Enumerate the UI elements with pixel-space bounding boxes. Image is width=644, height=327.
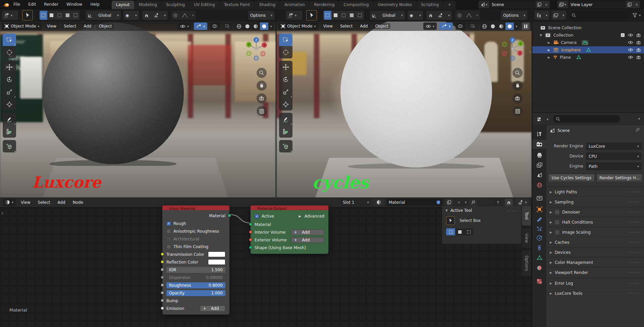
xray-toggle[interactable]	[468, 22, 478, 30]
panel-error-log[interactable]: ▶ Error Log ········	[546, 278, 644, 288]
opacity-slider[interactable]: Opacity 1.000	[166, 290, 225, 296]
snap-target-dropdown[interactable]: ▾	[516, 199, 529, 206]
menu-node[interactable]: Node	[70, 199, 86, 205]
drag-handle-icon[interactable]: ········	[629, 191, 641, 193]
reflection-color-socket[interactable]	[161, 260, 164, 264]
drag-handle-icon[interactable]: ········	[629, 282, 641, 284]
dispersion-slider[interactable]: Dispersion 0.00000	[166, 275, 225, 281]
tab-modeling[interactable]: Modeling	[135, 1, 162, 9]
drag-handle-icon[interactable]: ········	[629, 211, 641, 213]
tab-uv-editing[interactable]: UV Editing	[190, 1, 219, 9]
view-layer-browse-button[interactable]: ▾	[557, 1, 568, 8]
drag-handle-icon[interactable]: ········	[629, 201, 641, 203]
tool-move[interactable]	[3, 61, 16, 73]
active-checkbox[interactable]: ✓	[255, 214, 259, 219]
overlays-toggle[interactable]	[455, 22, 466, 30]
emission-add-button[interactable]: + Add	[200, 306, 225, 312]
exterior-volume-socket[interactable]	[249, 238, 252, 241]
material-input-socket[interactable]	[249, 223, 252, 226]
anisotropic-roughness-checkbox[interactable]	[166, 229, 171, 234]
tool-annotate[interactable]	[279, 113, 292, 125]
menu-view[interactable]: View	[45, 23, 59, 29]
navigation-gizmo[interactable]: Z Y X	[498, 35, 527, 63]
select-mode-extend[interactable]	[332, 11, 340, 20]
panel-devices[interactable]: ▶ Devices ········	[546, 247, 644, 257]
properties-options-dropdown[interactable]: ▾	[638, 117, 640, 121]
shading-solid-button[interactable]	[489, 22, 497, 30]
options-dropdown-left[interactable]: Options ▾	[248, 11, 274, 20]
disable-render-camera-icon[interactable]	[636, 48, 641, 52]
tool-measure[interactable]	[3, 125, 16, 138]
viewport-luxcore[interactable]: arbour New Arrivals	[0, 21, 276, 197]
view-layer-remove-button[interactable]: ×	[633, 1, 640, 8]
tool-annotate[interactable]	[3, 113, 16, 125]
transform-orientation-dropdown[interactable]: Global ▾	[370, 11, 405, 20]
panel-sampling[interactable]: ▶ Sampling ········	[546, 197, 644, 207]
select-mode-invert[interactable]	[348, 11, 356, 20]
render-settings-help-button[interactable]: Render Settings H...	[597, 174, 642, 182]
hide-eye-icon[interactable]	[628, 41, 633, 44]
emission-socket[interactable]	[161, 307, 164, 310]
panel-halt-conditions[interactable]: ▶ Halt Conditions ········	[546, 217, 644, 227]
toolbar-collapse-toggle[interactable]: ›	[1, 210, 3, 216]
view-layer-new-button[interactable]	[626, 1, 633, 8]
outliner-search-input[interactable]	[569, 11, 629, 19]
outliner-row-camera[interactable]: ▶ Camera	[532, 39, 644, 46]
drag-handle-icon[interactable]: ········	[506, 210, 518, 212]
material-name-field[interactable]: Material	[386, 199, 443, 206]
scene-name-field[interactable]: Scene	[489, 1, 536, 8]
drag-handle-icon[interactable]: ········	[629, 251, 641, 253]
drag-handle-icon[interactable]: ········	[629, 262, 641, 263]
menu-view[interactable]: View	[18, 199, 33, 205]
use-cycles-settings-button[interactable]: Use Cycles Settings	[548, 174, 595, 182]
overlays-toggle[interactable]	[210, 22, 220, 30]
shading-material-button[interactable]	[252, 22, 260, 30]
tool-rotate[interactable]	[3, 73, 16, 86]
scene-unlink-button[interactable]: ×	[543, 1, 550, 8]
panel-color-management[interactable]: ▶ Color Management ········	[546, 257, 644, 267]
shading-dropdown[interactable]: ▾	[514, 22, 519, 30]
tool-scale[interactable]	[279, 86, 292, 98]
outliner-row-plane[interactable]: ▶ Plane	[532, 54, 644, 61]
tool-cursor[interactable]	[3, 46, 16, 58]
mesh-data-icon[interactable]	[576, 55, 581, 59]
zoom-button[interactable]	[513, 68, 523, 78]
properties-tab-texture[interactable]	[532, 277, 546, 286]
tool-select-box[interactable]	[3, 34, 16, 46]
denoiser-checkbox[interactable]	[555, 210, 559, 215]
sidebar-tab-view[interactable]: View	[522, 228, 531, 248]
xray-toggle[interactable]	[223, 22, 232, 30]
active-tool-panel-header[interactable]: ▼ Active Tool ········	[442, 206, 521, 215]
tab-rendering[interactable]: Rendering	[310, 1, 339, 9]
select-mode-subtract[interactable]	[56, 11, 64, 20]
select-mode-extend[interactable]	[455, 228, 464, 235]
menu-add[interactable]: Add	[358, 23, 370, 29]
camera-view-button[interactable]	[257, 93, 267, 103]
tool-transform[interactable]	[3, 98, 16, 110]
properties-tab-world[interactable]	[532, 181, 546, 190]
tool-add-cube[interactable]	[279, 140, 292, 152]
outliner-filter-mode-dropdown[interactable]: ▾	[551, 11, 566, 20]
disclosure-open-icon[interactable]: ▼	[540, 34, 542, 37]
visibility-dropdown[interactable]: ▾	[178, 22, 191, 30]
tab-sculpting[interactable]: Sculpting	[162, 1, 189, 9]
disclosure-closed-icon[interactable]: ▶	[548, 41, 550, 44]
panel-caches[interactable]: ▶ Caches ········	[546, 237, 644, 247]
tool-move[interactable]	[279, 61, 292, 73]
sidebar-collapse-toggle[interactable]: ‹	[529, 49, 531, 54]
shading-wireframe-button[interactable]	[235, 22, 243, 30]
disclosure-closed-icon[interactable]: ▶	[548, 56, 550, 59]
sidebar-tab-options[interactable]: Options	[522, 250, 531, 276]
advanced-disclosure-icon[interactable]: ▶	[299, 215, 301, 218]
select-mode-new[interactable]	[446, 228, 455, 235]
dispersion-socket[interactable]	[161, 276, 164, 279]
menu-render[interactable]: Render	[40, 0, 62, 9]
select-mode-subtract[interactable]	[340, 11, 348, 20]
roughness-socket[interactable]	[161, 283, 164, 287]
pivot-point-dropdown[interactable]: ◉ ▾	[408, 11, 423, 20]
shading-wireframe-button[interactable]	[480, 22, 489, 30]
outliner-row-scene-collection[interactable]: Scene Collection	[532, 24, 644, 31]
gizmos-toggle[interactable]: ▾	[439, 22, 453, 30]
editor-type-dropdown[interactable]: ▾	[3, 199, 16, 206]
shader-node-editor[interactable]: ▾ View Select Add Node Slot 1 ▾ Material…	[0, 197, 532, 327]
